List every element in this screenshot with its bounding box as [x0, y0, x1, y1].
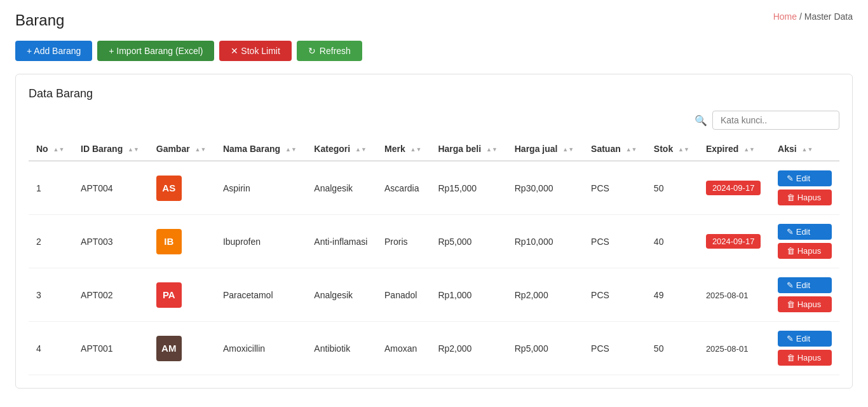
breadcrumb-current: Master Data — [804, 11, 853, 22]
cell-harga-beli: Rp2,000 — [430, 322, 506, 375]
cell-id-barang: APT001 — [73, 322, 149, 375]
hapus-button[interactable]: 🗑 Hapus — [778, 243, 832, 259]
cell-aksi: ✎ Edit 🗑 Hapus — [770, 322, 839, 375]
search-input[interactable] — [712, 111, 839, 130]
cell-harga-jual: Rp2,000 — [507, 268, 583, 322]
edit-button[interactable]: ✎ Edit — [778, 170, 832, 186]
cell-no: 3 — [29, 268, 73, 322]
col-stok: Stok ▲▼ — [646, 137, 698, 161]
cell-no: 4 — [29, 322, 73, 375]
cell-expired: 2024-09-17 — [698, 161, 770, 215]
toolbar: + Add Barang + Import Barang (Excel) ✕ S… — [15, 41, 853, 61]
breadcrumb-separator: / — [799, 11, 804, 22]
edit-button[interactable]: ✎ Edit — [778, 224, 832, 240]
cell-gambar: PA — [149, 268, 215, 322]
refresh-label: Refresh — [320, 46, 351, 56]
expired-badge: 2024-09-17 — [706, 181, 761, 195]
cell-kategori: Analgesik — [306, 161, 377, 215]
cell-aksi: ✎ Edit 🗑 Hapus — [770, 161, 839, 215]
expired-badge: 2024-09-17 — [706, 234, 761, 249]
expired-date: 2025-08-01 — [706, 344, 749, 354]
cell-aksi: ✎ Edit 🗑 Hapus — [770, 215, 839, 268]
cell-kategori: Antibiotik — [306, 322, 377, 375]
cell-harga-beli: Rp15,000 — [430, 161, 506, 215]
cell-stok: 50 — [646, 322, 698, 375]
cell-kategori: Anti-inflamasi — [306, 215, 377, 268]
action-buttons: ✎ Edit 🗑 Hapus — [778, 331, 832, 366]
cell-gambar: AM — [149, 322, 215, 375]
cell-satuan: PCS — [583, 268, 646, 322]
hapus-button[interactable]: 🗑 Hapus — [778, 190, 832, 205]
col-harga-beli: Harga beli ▲▼ — [430, 137, 506, 161]
cell-harga-beli: Rp1,000 — [430, 268, 506, 322]
cell-stok: 40 — [646, 215, 698, 268]
search-bar: 🔍 — [29, 111, 839, 130]
cell-satuan: PCS — [583, 161, 646, 215]
cell-no: 1 — [29, 161, 73, 215]
cell-stok: 49 — [646, 268, 698, 322]
table-row: 4 APT001 AM Amoxicillin Antibiotik Amoxa… — [29, 322, 839, 375]
edit-button[interactable]: ✎ Edit — [778, 277, 832, 293]
import-barang-button[interactable]: + Import Barang (Excel) — [97, 41, 214, 61]
cell-satuan: PCS — [583, 322, 646, 375]
col-kategori: Kategori ▲▼ — [306, 137, 377, 161]
card-title: Data Barang — [29, 87, 839, 100]
search-icon: 🔍 — [695, 114, 707, 127]
col-no: No ▲▼ — [29, 137, 73, 161]
cell-harga-jual: Rp30,000 — [507, 161, 583, 215]
cell-id-barang: APT003 — [73, 215, 149, 268]
edit-button[interactable]: ✎ Edit — [778, 331, 832, 347]
breadcrumb-home[interactable]: Home — [773, 11, 797, 22]
page-title: Barang — [15, 11, 64, 29]
col-gambar: Gambar ▲▼ — [149, 137, 215, 161]
cell-nama-barang: Amoxicillin — [215, 322, 306, 375]
barang-table: No ▲▼ ID Barang ▲▼ Gambar ▲▼ Nama Barang… — [29, 137, 839, 375]
refresh-button[interactable]: ↻ Refresh — [297, 41, 362, 61]
cell-harga-jual: Rp5,000 — [507, 322, 583, 375]
cell-merk: Panadol — [377, 268, 430, 322]
cell-expired: 2024-09-17 — [698, 215, 770, 268]
cell-nama-barang: Paracetamol — [215, 268, 306, 322]
action-buttons: ✎ Edit 🗑 Hapus — [778, 224, 832, 259]
cell-aksi: ✎ Edit 🗑 Hapus — [770, 268, 839, 322]
col-id-barang: ID Barang ▲▼ — [73, 137, 149, 161]
col-harga-jual: Harga jual ▲▼ — [507, 137, 583, 161]
avatar: AM — [156, 336, 182, 361]
col-merk: Merk ▲▼ — [377, 137, 430, 161]
cell-expired: 2025-08-01 — [698, 322, 770, 375]
table-row: 2 APT003 IB Ibuprofen Anti-inflamasi Pro… — [29, 215, 839, 268]
cell-nama-barang: Aspirin — [215, 161, 306, 215]
action-buttons: ✎ Edit 🗑 Hapus — [778, 277, 832, 312]
table-header-row: No ▲▼ ID Barang ▲▼ Gambar ▲▼ Nama Barang… — [29, 137, 839, 161]
cell-no: 2 — [29, 215, 73, 268]
expired-date: 2025-08-01 — [706, 291, 749, 300]
cell-kategori: Analgesik — [306, 268, 377, 322]
cell-satuan: PCS — [583, 215, 646, 268]
table-row: 1 APT004 AS Aspirin Analgesik Ascardia R… — [29, 161, 839, 215]
hapus-button[interactable]: 🗑 Hapus — [778, 350, 832, 366]
cell-stok: 50 — [646, 161, 698, 215]
refresh-icon: ↻ — [308, 46, 316, 56]
avatar: IB — [156, 229, 182, 254]
cell-harga-jual: Rp10,000 — [507, 215, 583, 268]
cell-harga-beli: Rp5,000 — [430, 215, 506, 268]
action-buttons: ✎ Edit 🗑 Hapus — [778, 170, 832, 205]
table-row: 3 APT002 PA Paracetamol Analgesik Panado… — [29, 268, 839, 322]
cell-expired: 2025-08-01 — [698, 268, 770, 322]
cell-id-barang: APT004 — [73, 161, 149, 215]
cell-merk: Proris — [377, 215, 430, 268]
col-aksi: Aksi ▲▼ — [770, 137, 839, 161]
data-barang-card: Data Barang 🔍 No ▲▼ ID Barang ▲▼ Gambar … — [15, 74, 853, 389]
stok-limit-button[interactable]: ✕ Stok Limit — [219, 41, 291, 61]
col-expired: Expired ▲▼ — [698, 137, 770, 161]
cell-merk: Ascardia — [377, 161, 430, 215]
avatar: AS — [156, 176, 182, 201]
cell-gambar: AS — [149, 161, 215, 215]
add-barang-button[interactable]: + Add Barang — [15, 41, 92, 61]
hapus-button[interactable]: 🗑 Hapus — [778, 296, 832, 312]
cell-id-barang: APT002 — [73, 268, 149, 322]
cell-merk: Amoxan — [377, 322, 430, 375]
cell-gambar: IB — [149, 215, 215, 268]
breadcrumb: Home / Master Data — [773, 11, 853, 22]
col-satuan: Satuan ▲▼ — [583, 137, 646, 161]
